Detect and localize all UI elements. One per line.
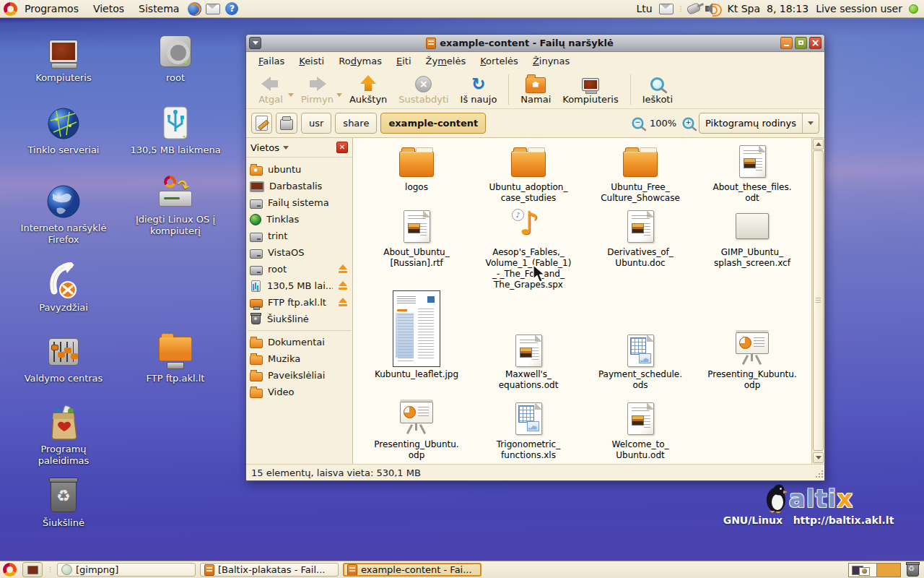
menu-failas[interactable]: Failas [252,53,291,69]
desktop-icon-130-5-mb-laikmena[interactable]: 130,5 MB laikmena [125,104,226,156]
eject-icon[interactable] [338,264,349,274]
desktop-icon-kompiuteris[interactable]: Kompiuteris [13,32,114,84]
trash-applet-icon[interactable] [907,564,919,577]
toolbar-iš-naujo[interactable]: ↻Iš naujo [455,73,503,106]
file-presenting-ubuntu-odp[interactable]: Presenting_Ubuntu.odp [362,400,471,461]
sidebar-item-dokumentai[interactable]: Dokumentai [246,334,352,350]
sidebar-item-muzika[interactable]: Muzika [246,350,352,367]
window-menu-button[interactable] [249,37,261,49]
file-view[interactable]: logosUbuntu_adoption_case_studiesUbuntu_… [353,138,824,464]
resize-grip[interactable] [814,470,823,479]
sidebar-item-šiukšlinė[interactable]: Šiukšlinė [246,311,352,327]
file-about-these-files-odt[interactable]: About_these_files.odt [698,142,806,204]
scrollbar-thumb[interactable] [813,150,824,451]
chevron-down-icon[interactable] [288,93,294,97]
panel-menu-vietos[interactable]: Vietos [86,0,131,18]
file-trigonometric-functions-xls[interactable]: Trigonometric_functions.xls [474,400,583,461]
close-button[interactable] [809,37,821,49]
menu-rodymas[interactable]: Rodymas [332,53,388,69]
zoom-in-icon[interactable]: + [682,117,694,129]
sidebar-item-paveikslėliai[interactable]: Paveikslėliai [246,367,352,384]
scroll-up-arrow[interactable] [813,139,824,150]
taskbar-task-example-content-fai-[interactable]: example-content - Fai... [343,563,481,577]
chevron-down-icon[interactable] [336,93,342,97]
sidebar-item-ubuntu[interactable]: ubuntu [246,161,352,178]
edit-location-button[interactable] [251,113,272,134]
path-segment-usr[interactable]: usr [301,113,331,134]
desktop-icon-ftp-ftp-akl-lt[interactable]: FTP ftp.akl.lt [125,332,226,384]
file-maxwell-s-equations-odt[interactable]: Maxwell's_equations.odt [474,286,583,391]
zoom-out-icon[interactable]: − [632,117,643,129]
eject-icon[interactable] [338,298,349,307]
eject-icon[interactable] [338,281,349,290]
file-kubuntu-leaflet-jpg[interactable]: Kubuntu_leaflet.jpg [362,286,471,380]
path-segment-share[interactable]: share [335,113,377,134]
workspace-1[interactable] [849,564,877,577]
sidebar-item-darbastalis[interactable]: Darbastalis [246,178,352,194]
sidebar-item-video[interactable]: Video [246,384,352,400]
clock[interactable]: Kt Spa 8, 18:13 [724,3,813,14]
file-ubuntu-free-culture-showcase[interactable]: Ubuntu_Free_Culture_Showcase [586,142,694,204]
file-ubuntu-adoption-case-studies[interactable]: Ubuntu_adoption_case_studies [474,142,583,204]
menu-keisti[interactable]: Keisti [292,53,331,69]
firefox-icon[interactable] [188,2,201,16]
keyboard-layout-indicator[interactable]: Ltu [632,3,655,14]
panel-menu-sistema[interactable]: Sistema [131,0,186,18]
distributor-logo-icon[interactable] [4,2,17,16]
volume-icon[interactable] [705,3,721,14]
mail-notification-icon[interactable] [659,4,674,14]
sidebar-close-icon[interactable]: ✕ [336,142,348,153]
desktop-icon-program-paleidimas[interactable]: Programųpaleidimas [13,403,114,467]
vertical-scrollbar[interactable] [811,138,824,464]
menu-žinynas[interactable]: Žinynas [526,53,576,69]
workspace-switcher[interactable] [848,563,901,577]
file-gimp-ubuntu-splash-screen-xcf[interactable]: GIMP_Ubuntu_splash_screen.xcf [698,207,806,269]
desktop-icon-interneto-nar-ykl-firefox[interactable]: Interneto naršyklėFirefox [13,182,114,246]
workspace-2-current[interactable] [877,564,900,577]
maximize-button[interactable] [795,37,807,49]
view-mode-select[interactable]: Piktogramų rodinys [699,113,819,134]
sidebar-title[interactable]: Vietos [250,142,279,153]
titlebar[interactable]: example-content - Failų naršyklė [246,35,824,52]
evolution-mail-icon[interactable] [206,4,220,14]
root-path-button[interactable] [276,113,297,134]
desktop-icon-tinklo-serveriai[interactable]: Tinklo serveriai [13,104,114,156]
file-presenting-kubuntu-odp[interactable]: Presenting_Kubuntu.odp [698,286,806,391]
minimize-button[interactable] [780,37,793,49]
toolbar-namai[interactable]: Namai [515,73,557,106]
sidebar-item-130-5-mb-lai-[interactable]: 130,5 MB lai... [246,277,352,294]
taskbar-task--baltix-plakatas-fail-[interactable]: [Baltix-plakatas - Fail... [200,563,339,577]
file-logos[interactable]: logos [362,142,471,193]
file-derivatives-of-ubuntu-doc[interactable]: Derivatives_of_Ubuntu.doc [586,207,694,269]
menu-kortelės[interactable]: Kortelės [474,53,525,69]
file-about-ubuntu-russian-rtf[interactable]: About_Ubuntu_[Russian].rtf [362,207,471,269]
file-aesop-s-fables-volume-1-fable-1-the-fox-[interactable]: Aesop's_Fables,_Volume_1_(Fable_1)_-_The… [474,207,583,290]
desktop-icon--diegti-linux-os-kompiuter-[interactable]: ↷Įdiegti Linux OS įkompiuterį [125,173,226,237]
menu-žymelės[interactable]: Žymelės [419,53,473,69]
sidebar-item-ftp-ftp-akl-lt[interactable]: FTP ftp.akl.lt [246,294,352,311]
distributor-logo-icon[interactable] [3,563,17,577]
sidebar-item-failų-sistema[interactable]: Failų sistema [246,194,352,211]
key-icon[interactable] [686,2,701,15]
desktop-icon--iuk-lin-[interactable]: ♻Šiukšlinė [13,477,114,529]
path-segment-example-content[interactable]: example-content [380,113,486,134]
toolbar-kompiuteris[interactable]: Kompiuteris [557,73,624,106]
toolbar-ieškoti[interactable]: Ieškoti [637,73,679,106]
toolbar-aukštyn[interactable]: Aukštyn [344,73,393,106]
taskbar-task--gimpng-[interactable]: [gimpng] [57,563,196,577]
sidebar-item-trint[interactable]: trint [246,228,352,244]
desktop-icon-root[interactable]: root [125,32,226,84]
user-switcher[interactable]: Live session user [812,3,906,14]
show-desktop-button[interactable] [22,562,43,577]
sidebar-item-root[interactable]: root [246,261,352,277]
desktop-icon-valdymo-centras[interactable]: Valdymo centras [13,332,114,384]
sidebar-item-vistaos[interactable]: VistaOS [246,244,352,261]
panel-menu-programos[interactable]: Programos [20,0,86,18]
file-payment-schedule-ods[interactable]: Payment_schedule.ods [586,286,694,391]
help-icon[interactable]: ? [225,2,238,15]
desktop-icon-pavyzd-iai[interactable]: Pavyzdžiai [13,262,114,314]
menu-eiti[interactable]: Eiti [390,53,418,69]
sidebar-item-tinklas[interactable]: Tinklas [246,211,352,228]
file-welcome-to-ubuntu-odt[interactable]: Welcome_to_Ubuntu.odt [586,400,694,461]
scroll-down-arrow[interactable] [813,452,824,463]
